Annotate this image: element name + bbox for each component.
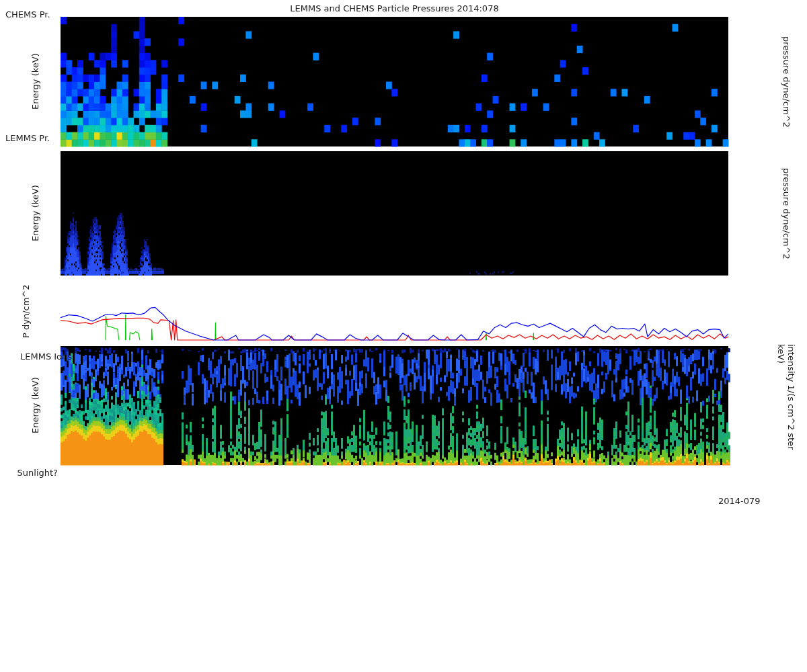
cbar4-label: intensity 1/(s cm^2 ster keV) [780,344,792,467]
p3-y-axis-label: P dyn/cm^2 [20,281,31,341]
plot-canvas [0,0,807,672]
plot-page: LEMMS and CHEMS Particle Pressures 2014:… [0,0,807,672]
sunlight-label: Sunlight? [0,468,58,478]
chems-panel-label: CHEMS Pr. [5,10,50,19]
ions-panel-label: LEMMS Ions [20,352,72,362]
lemms-panel-label: LEMMS Pr. [5,134,50,143]
p1-y-axis-label: Energy (keV) [30,17,40,146]
cbar1-label: pressure dyne/cm^2 [780,17,792,146]
page-title: LEMMS and CHEMS Particle Pressures 2014:… [61,4,728,13]
next-day-label: 2014-079 [718,497,761,506]
cbar2-label: pressure dyne/cm^2 [780,151,792,276]
p2-y-axis-label: Energy (keV) [30,151,40,276]
p4-y-axis-label: Energy (keV) [30,346,40,465]
